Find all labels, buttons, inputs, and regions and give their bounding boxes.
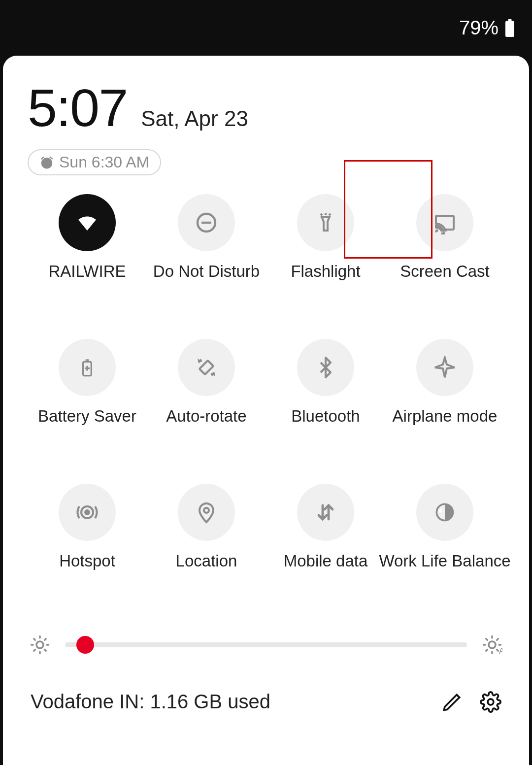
status-bar: 79% <box>0 0 532 56</box>
data-usage-text[interactable]: Vodafone IN: 1.16 GB used <box>31 691 425 713</box>
brightness-thumb[interactable] <box>76 636 94 654</box>
tile-label: Screen Cast <box>400 262 490 281</box>
brightness-row: A <box>28 634 504 655</box>
tile-label: Mobile data <box>284 552 368 570</box>
tile-circle-auto-rotate <box>178 339 235 396</box>
tile-circle-bluetooth <box>297 339 354 396</box>
tile-label: Bluetooth <box>291 407 360 426</box>
footer-row: Vodafone IN: 1.16 GB used <box>28 691 504 713</box>
tile-circle-dnd <box>178 194 235 251</box>
alarm-chip[interactable]: Sun 6:30 AM <box>28 149 161 175</box>
hotspot-icon <box>75 500 99 524</box>
tile-label: Airplane mode <box>393 407 498 426</box>
cast-icon <box>433 211 457 234</box>
brightness-slider[interactable] <box>65 642 467 647</box>
airplane-icon <box>433 356 457 379</box>
tile-work-life-balance[interactable]: Work Life Balance <box>391 484 499 570</box>
svg-text:A: A <box>499 647 502 655</box>
tile-label: Battery Saver <box>38 407 136 426</box>
tile-circle-wifi <box>59 194 116 251</box>
svg-line-26 <box>34 650 35 651</box>
clock-time[interactable]: 5:07 <box>28 81 127 134</box>
quick-settings-panel: 5:07 Sat, Apr 23 Sun 6:30 AM RAILWIRE Do <box>3 56 529 765</box>
alarm-clock-icon <box>39 155 54 170</box>
tile-circle-location <box>178 484 235 541</box>
tile-label: Do Not Disturb <box>153 262 260 281</box>
svg-line-25 <box>45 650 46 651</box>
quick-tiles-grid: RAILWIRE Do Not Disturb Flashlight <box>28 194 504 570</box>
svg-point-28 <box>489 641 496 648</box>
clock-date[interactable]: Sat, Apr 23 <box>141 106 248 131</box>
location-icon <box>195 500 218 524</box>
work-life-balance-icon <box>435 502 455 522</box>
svg-point-13 <box>85 510 89 514</box>
mobile-data-icon <box>314 500 337 524</box>
bluetooth-icon <box>314 356 337 379</box>
tile-hotspot[interactable]: Hotspot <box>33 484 141 570</box>
tile-label: Flashlight <box>291 262 360 281</box>
svg-line-33 <box>486 639 488 640</box>
svg-line-34 <box>497 650 499 651</box>
tile-dnd[interactable]: Do Not Disturb <box>152 194 261 281</box>
tile-screen-cast[interactable]: Screen Cast <box>391 194 499 281</box>
tile-circle-airplane <box>416 339 473 396</box>
tile-bluetooth[interactable]: Bluetooth <box>271 339 380 426</box>
tile-label: Auto-rotate <box>166 407 246 426</box>
battery-saver-icon <box>77 358 97 377</box>
tile-location[interactable]: Location <box>152 484 261 570</box>
svg-line-5 <box>321 214 322 215</box>
wifi-icon <box>75 211 99 234</box>
tile-circle-battery-saver <box>59 339 116 396</box>
tile-circle-hotspot <box>59 484 116 541</box>
alarm-text: Sun 6:30 AM <box>59 153 149 171</box>
tile-circle-cast <box>416 194 473 251</box>
dnd-icon <box>195 211 218 234</box>
svg-line-35 <box>486 650 488 651</box>
tile-label: Hotspot <box>59 552 115 570</box>
svg-point-7 <box>435 229 438 232</box>
flashlight-icon <box>314 211 337 234</box>
auto-rotate-icon <box>195 356 218 379</box>
svg-point-38 <box>488 699 494 705</box>
tile-label: RAILWIRE <box>48 262 126 281</box>
tile-airplane-mode[interactable]: Airplane mode <box>391 339 499 426</box>
svg-line-24 <box>34 639 35 640</box>
tile-label: Location <box>176 552 237 570</box>
auto-brightness-icon[interactable]: A <box>482 634 502 655</box>
svg-point-15 <box>204 508 209 513</box>
tile-mobile-data[interactable]: Mobile data <box>271 484 380 570</box>
svg-line-6 <box>329 214 331 215</box>
svg-rect-0 <box>508 19 511 21</box>
svg-line-36 <box>497 639 499 640</box>
edit-icon[interactable] <box>441 691 463 713</box>
tile-circle-flashlight <box>297 194 354 251</box>
tile-flashlight[interactable]: Flashlight <box>271 194 380 281</box>
svg-rect-12 <box>200 361 213 374</box>
tile-battery-saver[interactable]: Battery Saver <box>33 339 141 426</box>
tile-auto-rotate[interactable]: Auto-rotate <box>152 339 261 426</box>
brightness-low-icon <box>30 634 50 655</box>
tile-label: Work Life Balance <box>379 552 510 570</box>
tile-circle-worklife <box>416 484 473 541</box>
battery-percentage: 79% <box>459 17 499 39</box>
tile-wifi[interactable]: RAILWIRE <box>33 194 141 281</box>
svg-line-27 <box>45 639 46 640</box>
svg-point-19 <box>36 641 43 648</box>
battery-icon <box>504 19 515 37</box>
svg-rect-1 <box>505 21 514 36</box>
tile-circle-mobiledata <box>297 484 354 541</box>
header: 5:07 Sat, Apr 23 <box>28 81 504 134</box>
settings-icon[interactable] <box>480 691 501 713</box>
